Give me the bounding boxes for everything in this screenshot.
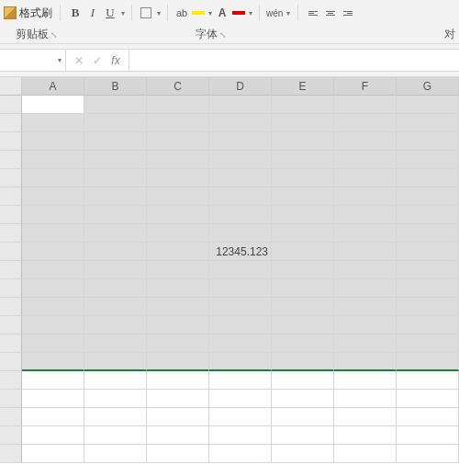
cell[interactable]	[334, 445, 397, 463]
chevron-down-icon[interactable]: ▾	[157, 9, 161, 17]
cell[interactable]	[272, 169, 334, 187]
cell[interactable]	[147, 187, 209, 206]
cell[interactable]	[209, 96, 272, 114]
cell[interactable]	[84, 426, 147, 445]
cell[interactable]	[209, 334, 272, 353]
cell[interactable]	[84, 187, 147, 206]
cell[interactable]	[147, 445, 209, 463]
cell[interactable]	[397, 371, 459, 390]
cell[interactable]	[84, 371, 147, 390]
cell[interactable]	[22, 114, 84, 132]
cell[interactable]	[209, 445, 272, 463]
cell[interactable]	[334, 279, 397, 298]
col-header-G[interactable]: G	[397, 77, 459, 96]
cell[interactable]	[22, 353, 84, 371]
font-color-button[interactable]: A	[215, 4, 230, 22]
cell[interactable]	[397, 408, 459, 426]
chevron-down-icon[interactable]: ▾	[286, 9, 290, 17]
cell[interactable]	[147, 426, 209, 445]
cell[interactable]	[397, 426, 459, 445]
bold-button[interactable]: B	[68, 4, 83, 22]
cell[interactable]	[272, 298, 334, 316]
cell[interactable]	[272, 96, 334, 114]
cell[interactable]	[84, 206, 147, 224]
cell[interactable]	[209, 390, 272, 408]
cell[interactable]	[84, 132, 147, 151]
row-header[interactable]	[0, 187, 22, 206]
cell[interactable]	[84, 261, 147, 279]
col-header-E[interactable]: E	[272, 77, 334, 96]
row-header[interactable]	[0, 261, 22, 279]
cell[interactable]	[209, 279, 272, 298]
cell[interactable]	[84, 445, 147, 463]
confirm-formula-button[interactable]: ✓	[90, 54, 105, 67]
cell[interactable]	[209, 316, 272, 334]
cell[interactable]	[84, 279, 147, 298]
cell[interactable]	[209, 169, 272, 187]
cell[interactable]	[272, 261, 334, 279]
format-painter-button[interactable]: 格式刷	[4, 6, 52, 21]
cell[interactable]	[147, 132, 209, 151]
cell[interactable]	[209, 408, 272, 426]
cell[interactable]	[334, 132, 397, 151]
cell[interactable]	[272, 187, 334, 206]
dialog-launcher-icon[interactable]: ⤡	[50, 30, 58, 40]
cell[interactable]	[334, 187, 397, 206]
chevron-down-icon[interactable]: ▾	[58, 56, 62, 64]
cell[interactable]	[22, 224, 84, 243]
cell[interactable]	[22, 243, 84, 261]
align-center-button[interactable]	[323, 4, 338, 22]
cell[interactable]	[397, 390, 459, 408]
chevron-down-icon[interactable]: ▾	[121, 9, 125, 17]
cell[interactable]	[209, 114, 272, 132]
cell[interactable]	[397, 261, 459, 279]
cell[interactable]	[334, 390, 397, 408]
cell[interactable]	[334, 206, 397, 224]
cell[interactable]	[334, 426, 397, 445]
cell[interactable]	[209, 206, 272, 224]
cell[interactable]	[22, 96, 84, 114]
cell[interactable]	[22, 187, 84, 206]
cell[interactable]	[397, 96, 459, 114]
col-header-F[interactable]: F	[334, 77, 397, 96]
cell[interactable]	[334, 169, 397, 187]
cell[interactable]	[397, 224, 459, 243]
chevron-down-icon[interactable]: ▾	[208, 9, 212, 17]
cell[interactable]	[84, 96, 147, 114]
chevron-down-icon[interactable]: ▾	[249, 9, 252, 17]
row-header[interactable]	[0, 243, 22, 261]
cell[interactable]	[397, 114, 459, 132]
cell[interactable]	[397, 353, 459, 371]
cell[interactable]: 12345.123	[209, 243, 272, 261]
cell[interactable]	[397, 151, 459, 169]
cell[interactable]	[84, 334, 147, 353]
cell[interactable]	[334, 353, 397, 371]
cell[interactable]	[209, 224, 272, 243]
cell[interactable]	[397, 243, 459, 261]
align-right-button[interactable]	[341, 4, 355, 22]
cell[interactable]	[147, 279, 209, 298]
cell[interactable]	[272, 243, 334, 261]
cell[interactable]	[272, 132, 334, 151]
cell[interactable]	[147, 371, 209, 390]
row-header[interactable]	[0, 132, 22, 151]
cell[interactable]	[84, 224, 147, 243]
cell[interactable]	[209, 132, 272, 151]
cell[interactable]	[22, 279, 84, 298]
dialog-launcher-icon[interactable]: ⤡	[219, 30, 227, 40]
cell[interactable]	[397, 132, 459, 151]
cell[interactable]	[22, 316, 84, 334]
cell[interactable]	[272, 445, 334, 463]
cell[interactable]	[147, 224, 209, 243]
cell[interactable]	[84, 243, 147, 261]
row-header[interactable]	[0, 224, 22, 243]
cell[interactable]	[22, 390, 84, 408]
underline-button[interactable]: U	[103, 4, 118, 22]
cell[interactable]	[272, 114, 334, 132]
cell[interactable]	[334, 114, 397, 132]
cell[interactable]	[272, 151, 334, 169]
cell[interactable]	[209, 187, 272, 206]
cell[interactable]	[272, 408, 334, 426]
cell[interactable]	[147, 169, 209, 187]
cell[interactable]	[397, 334, 459, 353]
